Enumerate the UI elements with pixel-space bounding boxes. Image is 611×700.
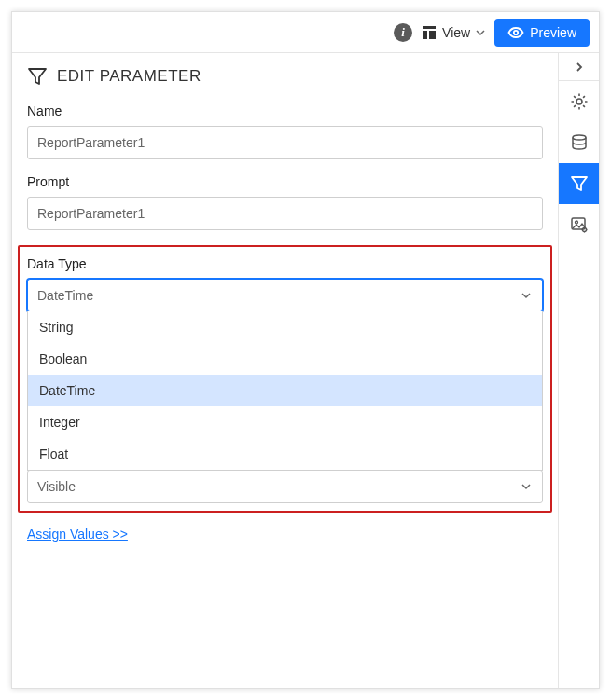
- prompt-input[interactable]: [27, 197, 543, 230]
- svg-rect-1: [423, 31, 427, 39]
- database-icon: [570, 133, 589, 152]
- right-rail: [558, 53, 599, 688]
- eye-icon: [507, 24, 524, 41]
- visibility-value: Visible: [37, 479, 76, 494]
- filter-icon: [27, 66, 48, 87]
- datatype-option[interactable]: Integer: [28, 406, 542, 438]
- view-label: View: [442, 25, 470, 40]
- chevron-right-icon: [574, 62, 585, 73]
- preview-label: Preview: [530, 25, 576, 40]
- svg-rect-0: [423, 26, 436, 29]
- rail-collapse-button[interactable]: [559, 53, 599, 81]
- gear-icon: [570, 92, 589, 111]
- svg-point-3: [514, 30, 518, 34]
- info-icon[interactable]: i: [394, 23, 412, 42]
- panel-header: EDIT PARAMETER: [27, 66, 543, 87]
- filter-icon: [570, 174, 589, 193]
- chevron-down-icon: [476, 28, 485, 37]
- datatype-options-list: StringBooleanDateTimeIntegerFloat: [27, 311, 543, 471]
- name-label: Name: [27, 103, 543, 118]
- rail-settings-button[interactable]: [559, 81, 599, 122]
- chevron-down-icon: [520, 480, 533, 493]
- svg-rect-2: [429, 31, 436, 39]
- datatype-select[interactable]: DateTime: [27, 279, 543, 312]
- svg-point-4: [576, 99, 582, 104]
- layout-icon: [422, 25, 437, 40]
- top-toolbar: i View Preview: [12, 12, 599, 53]
- preview-button[interactable]: Preview: [494, 19, 590, 47]
- datatype-option[interactable]: Boolean: [28, 343, 542, 375]
- name-input[interactable]: [27, 126, 543, 159]
- datatype-option[interactable]: String: [28, 311, 542, 343]
- rail-image-button[interactable]: [559, 204, 599, 245]
- assign-values-link[interactable]: Assign Values >>: [27, 527, 128, 542]
- datatype-value: DateTime: [37, 288, 93, 303]
- visibility-select[interactable]: Visible: [27, 470, 543, 503]
- panel-title: EDIT PARAMETER: [57, 67, 201, 86]
- prompt-label: Prompt: [27, 174, 543, 189]
- rail-data-button[interactable]: [559, 122, 599, 163]
- svg-point-5: [573, 135, 586, 140]
- chevron-down-icon: [520, 289, 533, 302]
- view-dropdown[interactable]: View: [422, 25, 485, 40]
- datatype-option[interactable]: DateTime: [28, 375, 542, 406]
- svg-point-7: [575, 221, 577, 224]
- rail-parameters-button[interactable]: [559, 163, 599, 204]
- highlight-region: Data Type DateTime StringBooleanDateTime…: [18, 245, 552, 513]
- datatype-label: Data Type: [27, 256, 543, 271]
- datatype-option[interactable]: Float: [28, 438, 542, 470]
- image-settings-icon: [570, 215, 589, 234]
